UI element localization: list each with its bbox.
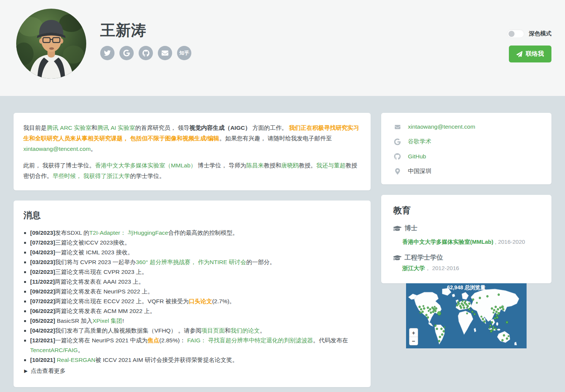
education-school-phd: 香港中文大学多媒体实验室(MMLab) , 2016-2020 [402, 239, 539, 246]
visitor-dot [481, 316, 482, 318]
text-segment: BasicSR 加入 [55, 318, 92, 324]
inline-link[interactable]: xintaowang@tencent.com [23, 146, 91, 152]
visitor-dot [484, 321, 486, 322]
email-link[interactable]: xintaowang@tencent.com [408, 123, 475, 130]
visitor-dot [493, 312, 494, 313]
visitor-dot [466, 313, 468, 314]
inline-link[interactable]: 360° 超分辨率挑战赛， 作为NTIRE 研讨会 [136, 259, 246, 265]
text-segment: [04/2022] [30, 327, 55, 334]
school-link[interactable]: 浙江大学 [402, 265, 425, 271]
email-icon[interactable] [158, 46, 172, 60]
school-link[interactable]: 香港中文大学多媒体实验室(MMLab) [402, 239, 493, 245]
text-segment: [04/2023] [30, 249, 55, 255]
text-segment: 。 [260, 327, 266, 334]
text-segment: 的学士学位。 [130, 173, 165, 179]
inline-link[interactable]: 项目页面 [202, 327, 225, 334]
visitor-dot [491, 321, 493, 323]
inline-link[interactable]: 我还与董超 [316, 162, 346, 169]
contact-card: xintaowang@tencent.com 谷歌学术 GitHub 中国深圳 [381, 113, 551, 184]
inline-link[interactable]: 早些时候， 我获得了浙江大学 [53, 173, 130, 179]
inline-link[interactable]: 我们的论文 [231, 327, 260, 334]
degree-label: 工程学士学位 [405, 253, 443, 262]
google-scholar-icon[interactable] [119, 46, 134, 60]
text-segment: 此前， 我获得了博士学位。 [23, 162, 95, 169]
visitor-dot [501, 305, 504, 308]
text-segment: 的一部分。 [246, 259, 276, 265]
news-item: [02/2023]三篇论文将出现在 CVPR 2023 上。 [23, 267, 361, 277]
inline-link[interactable]: 腾讯 ARC 实验室 [47, 125, 92, 131]
inline-link[interactable]: 腾讯 AI 实验室 [97, 125, 135, 131]
inline-link[interactable]: 焦点 [148, 337, 159, 343]
inline-link[interactable]: 口头论文 [189, 298, 212, 304]
inline-link[interactable]: 唐晓鸥 [281, 162, 299, 169]
text-segment: 。 [78, 347, 84, 353]
visitor-dot [422, 311, 424, 313]
inline-link[interactable]: TencentARC/FAIG [30, 347, 78, 353]
google-scholar-link[interactable]: 谷歌学术 [408, 138, 431, 146]
contact-me-button[interactable]: 联络我 [509, 46, 551, 62]
visitor-dot [439, 336, 441, 338]
graduation-cap-icon [393, 254, 402, 261]
visitor-dot [487, 295, 489, 297]
site-header: 王新涛 知乎 [0, 0, 565, 96]
visitor-dot [490, 325, 492, 327]
text-segment: 发布SDXL 的 [55, 229, 89, 236]
visitor-dot [479, 297, 481, 299]
text-segment: 三篇论文被ICCV 2023接收。 [55, 239, 130, 246]
visitor-dot [423, 307, 425, 309]
news-item: [12/2021]一篇论文将在 NeurIPS 2021 中成为焦点(2.85%… [23, 336, 361, 355]
visitor-dot [496, 311, 498, 313]
visitor-dot [441, 328, 443, 330]
education-school-bachelor: 浙江大学， 2012-2016 [402, 265, 539, 272]
github-link[interactable]: GitHub [408, 153, 426, 160]
map-zoom-out-button[interactable]: − [409, 337, 418, 345]
inline-link[interactable]: 陈昌来 [246, 162, 264, 169]
visitor-dot [465, 300, 466, 302]
visitor-dot [495, 328, 497, 330]
text-segment: [12/2021] [30, 337, 55, 343]
text-segment: [10/2021] [30, 357, 55, 363]
darkmode-row: 深色模式 [507, 29, 551, 38]
text-segment: 方面的工作。 [251, 125, 289, 131]
inline-link[interactable]: T2I-Adapter： 与HuggingFace [89, 229, 168, 236]
text-segment: [06/2022] [30, 308, 55, 314]
bio-paragraph-2: 此前， 我获得了博士学位。香港中文大学多媒体实验室（MMLab） 博士学位， 导… [23, 160, 361, 181]
github-icon[interactable] [139, 46, 153, 60]
text-segment: (2.7%)。 [212, 298, 235, 304]
visitor-dot [462, 300, 463, 302]
twitter-icon[interactable] [100, 46, 115, 60]
inline-link[interactable]: XPixel 集团 [92, 318, 122, 324]
visitor-dot [469, 308, 470, 310]
contact-me-label: 联络我 [526, 50, 544, 58]
text-segment: 两篇论文将出现在 ECCV 2022 上。VQFR 被接受为 [55, 298, 189, 304]
visitor-dot [441, 334, 443, 336]
paper-plane-icon [516, 51, 522, 57]
zhihu-icon[interactable]: 知乎 [177, 46, 191, 60]
visitor-dot [426, 314, 428, 316]
visitor-dot [496, 316, 498, 319]
visitor-dot [435, 325, 437, 327]
news-show-more[interactable]: 点击查看更多 [23, 366, 361, 376]
visitor-dot [498, 294, 500, 296]
text-segment: [05/2022] [30, 318, 55, 324]
news-item: [10/2021] Real-ESRGAN被 ICCV 2021 AIM 研讨会… [23, 355, 361, 365]
text-segment: 我们发布了高质量的人脸视频数据集（VFHQ） 。请参阅 [55, 327, 201, 334]
news-item: [03/2023]我们将与 CVPR 2023 一起举办360° 超分辨率挑战赛… [23, 257, 361, 267]
visitor-dot [428, 310, 429, 311]
contact-row-github: GitHub [393, 153, 539, 160]
world-map [406, 283, 527, 348]
inline-link[interactable]: Real-ESRGAN [57, 357, 96, 363]
news-item: [09/2023]发布SDXL 的T2I-Adapter： 与HuggingFa… [23, 228, 361, 238]
visitor-dot [435, 310, 437, 312]
visitor-dot [506, 337, 508, 339]
inline-link[interactable]: 香港中文大学多媒体实验室（MMLab） [95, 162, 196, 169]
visitor-dot [493, 309, 495, 311]
text-segment: 三篇论文将出现在 CVPR 2023 上。 [55, 269, 147, 275]
visitor-dot [494, 317, 496, 319]
visitor-dot [474, 313, 476, 315]
degree-label: 博士 [405, 224, 417, 232]
dark-mode-toggle[interactable] [507, 29, 524, 38]
map-zoom-in-button[interactable]: + [409, 328, 418, 337]
inline-link[interactable]: FAIG： 寻找盲超分辨率中特定退化的判别滤波器 [187, 337, 313, 343]
visitor-dot [427, 316, 429, 318]
